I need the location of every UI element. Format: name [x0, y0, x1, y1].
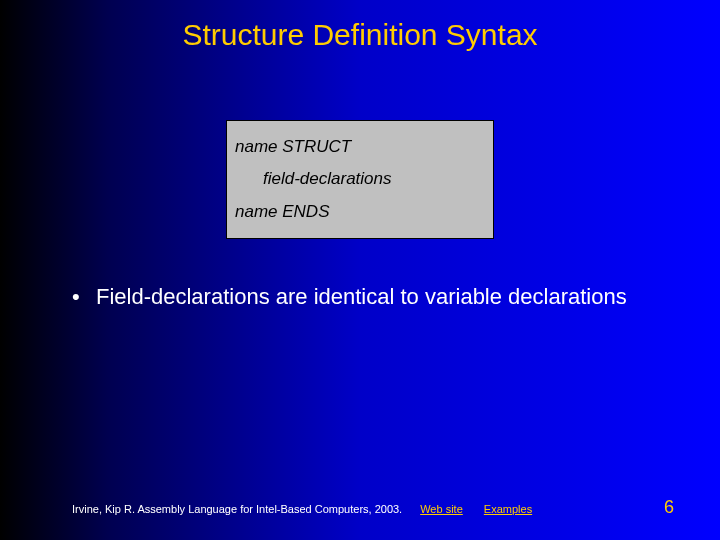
- syntax-box: name STRUCT field-declarations name ENDS: [226, 120, 494, 239]
- code-line: name ENDS: [235, 196, 485, 228]
- slide-title: Structure Definition Syntax: [0, 0, 720, 52]
- bullet-item: Field-declarations are identical to vari…: [72, 283, 660, 311]
- code-line: field-declarations: [235, 163, 485, 195]
- footer: Irvine, Kip R. Assembly Language for Int…: [0, 497, 720, 518]
- bullet-list: Field-declarations are identical to vari…: [0, 283, 720, 311]
- code-line: name STRUCT: [235, 131, 485, 163]
- page-number: 6: [664, 497, 674, 518]
- examples-link[interactable]: Examples: [484, 503, 532, 515]
- citation-text: Irvine, Kip R. Assembly Language for Int…: [72, 503, 402, 515]
- website-link[interactable]: Web site: [420, 503, 463, 515]
